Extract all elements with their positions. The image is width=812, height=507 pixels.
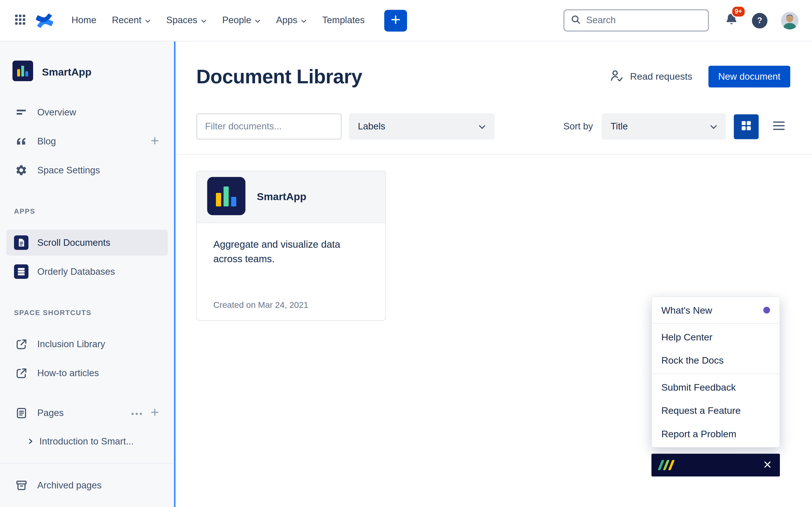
- read-requests-label: Read requests: [630, 71, 692, 82]
- external-link-icon: [14, 338, 29, 350]
- filter-documents-input[interactable]: [196, 113, 342, 139]
- document-card-title: SmartApp: [257, 191, 306, 203]
- add-page-button[interactable]: [150, 407, 160, 418]
- document-card-description: Aggregate and visualize data across team…: [197, 223, 362, 267]
- help-button[interactable]: ?: [752, 13, 767, 28]
- archive-icon: [14, 479, 29, 492]
- nav-item-home[interactable]: Home: [71, 15, 96, 26]
- chevron-down-icon: [201, 15, 207, 26]
- sidebar-section-apps: APPS: [14, 207, 35, 215]
- sort-by-label: Sort by: [563, 121, 593, 132]
- nav-item-spaces[interactable]: Spaces: [166, 15, 207, 26]
- orderly-databases-icon: [14, 264, 29, 279]
- menu-item-whats-new[interactable]: What's New: [652, 298, 779, 322]
- nav-item-label: People: [222, 15, 251, 26]
- external-link-icon: [14, 367, 29, 380]
- sidebar-item-inclusion-library[interactable]: Inclusion Library: [6, 331, 168, 357]
- plus-icon: [391, 14, 401, 26]
- grid-view-icon: [741, 120, 752, 133]
- sidebar-divider: [0, 463, 174, 463]
- sidebar-item-overview[interactable]: Overview: [6, 99, 168, 125]
- person-check-icon: [609, 68, 624, 84]
- sidebar-item-label: Archived pages: [37, 480, 101, 491]
- menu-item-label: Help Center: [661, 332, 712, 343]
- scroll-documents-icon: [14, 235, 29, 250]
- top-navigation-bar: Home Recent Spaces People Apps Templates: [0, 0, 812, 41]
- sidebar-item-label: Orderly Databases: [37, 266, 115, 277]
- read-requests-button[interactable]: Read requests: [609, 68, 692, 84]
- list-view-button[interactable]: [767, 114, 790, 139]
- sidebar-page-intro[interactable]: Introduction to Smart...: [6, 428, 168, 454]
- pages-more-button[interactable]: [131, 409, 142, 417]
- content-divider: [175, 154, 812, 155]
- labels-dropdown[interactable]: Labels: [349, 113, 495, 139]
- list-view-icon: [772, 120, 785, 133]
- sidebar-item-label: Overview: [37, 107, 76, 118]
- menu-item-report-problem[interactable]: Report a Problem: [652, 422, 779, 445]
- create-button[interactable]: [385, 10, 407, 32]
- nav-item-label: Recent: [112, 15, 141, 26]
- page-tree-item-label: Introduction to Smart...: [39, 436, 134, 447]
- sidebar-item-label: Pages: [37, 407, 63, 418]
- nav-item-people[interactable]: People: [222, 15, 261, 26]
- menu-item-label: What's New: [661, 304, 712, 316]
- pages-icon: [14, 406, 29, 419]
- search-input[interactable]: [586, 15, 702, 26]
- filter-toolbar: Labels Sort by Title: [196, 113, 790, 139]
- nav-item-templates[interactable]: Templates: [322, 15, 365, 26]
- space-header[interactable]: SmartApp: [6, 59, 98, 85]
- sidebar-section-shortcuts: SPACE SHORTCUTS: [14, 309, 92, 317]
- gear-icon: [14, 164, 29, 176]
- sort-dropdown[interactable]: Title: [602, 113, 726, 139]
- overview-icon: [14, 106, 29, 118]
- sidebar-item-label: Space Settings: [37, 165, 100, 176]
- sidebar-item-scroll-documents[interactable]: Scroll Documents: [6, 230, 168, 256]
- banner-close-button[interactable]: [763, 460, 772, 470]
- nav-item-label: Templates: [322, 15, 365, 26]
- confluence-logo-icon[interactable]: [35, 11, 54, 30]
- sidebar-item-orderly-databases[interactable]: Orderly Databases: [6, 259, 168, 284]
- menu-item-help-center[interactable]: Help Center: [652, 326, 779, 349]
- avatar[interactable]: [781, 12, 799, 29]
- chevron-down-icon: [710, 121, 717, 132]
- menu-item-label: Request a Feature: [661, 405, 741, 416]
- chevron-down-icon: [255, 15, 261, 26]
- whats-new-dot-icon: [763, 307, 770, 314]
- sidebar-item-blog[interactable]: Blog: [6, 128, 168, 154]
- new-document-button[interactable]: New document: [708, 66, 790, 88]
- app-switcher-button[interactable]: [13, 13, 27, 28]
- menu-item-label: Report a Problem: [661, 428, 737, 439]
- menu-item-submit-feedback[interactable]: Submit Feedback: [652, 376, 779, 399]
- vendor-banner: [652, 454, 780, 476]
- document-card[interactable]: SmartApp Aggregate and visualize data ac…: [196, 171, 386, 321]
- add-blog-button[interactable]: [150, 135, 160, 147]
- notification-badge: 9+: [731, 6, 746, 17]
- sidebar-item-howto-articles[interactable]: How-to articles: [6, 360, 168, 386]
- vendor-logo-icon: [660, 460, 673, 470]
- confluence-app-window: Home Recent Spaces People Apps Templates: [0, 0, 812, 507]
- nav-item-recent[interactable]: Recent: [112, 15, 151, 26]
- help-popup-menu: What's New Help Center Rock the Docs Sub…: [652, 296, 780, 448]
- menu-item-rock-the-docs[interactable]: Rock the Docs: [652, 349, 779, 372]
- chevron-down-icon: [478, 121, 486, 132]
- search-icon: [570, 14, 581, 26]
- nav-item-apps[interactable]: Apps: [276, 15, 307, 26]
- sidebar-item-label: Scroll Documents: [37, 237, 110, 248]
- sidebar-item-label: How-to articles: [37, 368, 99, 379]
- chevron-down-icon: [301, 15, 307, 26]
- menu-item-request-feature[interactable]: Request a Feature: [652, 399, 779, 422]
- plus-icon: [150, 135, 160, 147]
- sidebar-item-archived-pages[interactable]: Archived pages: [6, 472, 168, 498]
- nav-item-label: Spaces: [166, 15, 197, 26]
- labels-dropdown-value: Labels: [358, 121, 386, 132]
- sidebar-item-space-settings[interactable]: Space Settings: [6, 157, 168, 183]
- sidebar-item-pages[interactable]: Pages: [6, 400, 168, 426]
- space-name: SmartApp: [42, 66, 92, 78]
- grid-view-button[interactable]: [734, 114, 759, 139]
- page-header: Document Library Read requests New docum…: [196, 65, 790, 89]
- notifications-button[interactable]: 9+: [724, 12, 739, 28]
- chevron-right-icon[interactable]: [27, 438, 34, 445]
- space-logo-icon: [12, 61, 33, 83]
- sort-dropdown-value: Title: [610, 121, 627, 132]
- document-card-created: Created on Mar 24, 2021: [213, 300, 308, 310]
